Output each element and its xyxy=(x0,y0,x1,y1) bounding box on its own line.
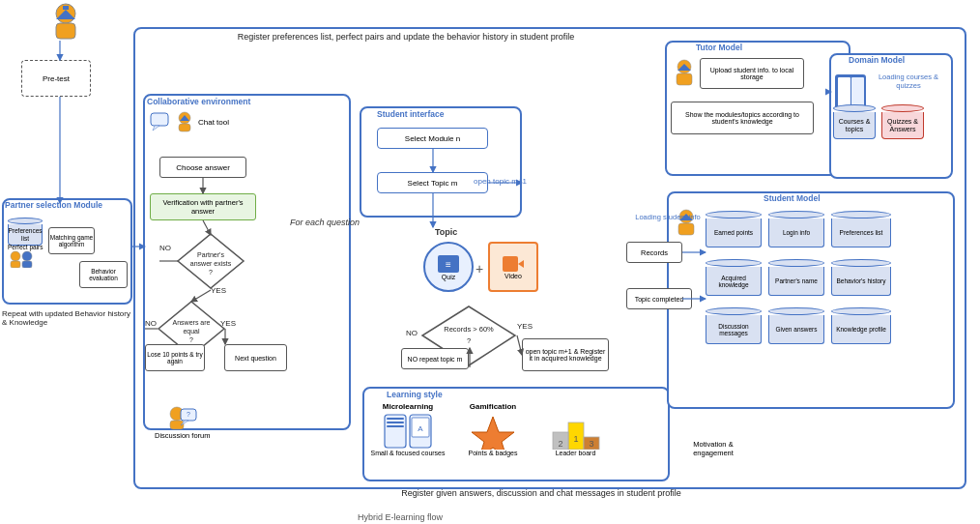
svg-rect-3 xyxy=(63,6,69,10)
partners-name-cyl: Partner's name xyxy=(768,259,824,296)
svg-rect-33 xyxy=(385,415,406,448)
svg-rect-1 xyxy=(56,23,75,39)
leaderboard-area: 2 1 3 Leader board xyxy=(539,402,612,456)
given-answers-cyl: Given answers xyxy=(768,307,824,344)
svg-rect-36 xyxy=(387,425,404,427)
quizzes-answers-cyl: Quizzes & Answers xyxy=(881,104,924,139)
svg-rect-35 xyxy=(387,422,404,423)
learning-style-label: Learning style xyxy=(387,390,443,399)
select-topic-node: Select Topic m xyxy=(377,172,488,193)
bottom-label: Register given answers, discussion and c… xyxy=(358,488,725,498)
svg-text:1: 1 xyxy=(573,434,578,444)
discussion-forum-area: ? Discussion forum xyxy=(155,404,211,440)
plus-sign: + xyxy=(476,261,483,277)
student-interface-label: Student interface xyxy=(377,109,444,119)
svg-text:?: ? xyxy=(189,336,193,343)
yes-label-1: YES xyxy=(211,286,226,295)
svg-rect-51 xyxy=(838,77,850,106)
repeat-topic-node: NO repeat topic m xyxy=(401,348,469,369)
svg-text:Records > 60%: Records > 60% xyxy=(444,325,494,334)
video-node: Video xyxy=(488,242,538,292)
caption: Hybrid E-learning flow xyxy=(358,512,443,522)
select-module-node: Select Module n xyxy=(377,128,488,149)
preferences-list-node: Preferences list xyxy=(8,218,43,246)
svg-text:Partner's: Partner's xyxy=(197,251,224,258)
tutor-avatar xyxy=(671,58,698,89)
svg-rect-34 xyxy=(387,418,404,420)
quiz-node: ≡ Quiz xyxy=(423,242,474,292)
behaviors-history-cyl: Behavior's history xyxy=(831,259,891,296)
collab-env-label: Collaborative environment xyxy=(147,97,250,106)
yes-label-2: YES xyxy=(220,319,236,328)
partner-exists-diamond: Partner's answer exists ? xyxy=(176,232,245,292)
discussion-messages-cyl: Discussion messages xyxy=(706,307,762,344)
svg-rect-5 xyxy=(11,261,20,268)
motivation-label: Motivation & engagement xyxy=(675,440,752,457)
courses-topics-cyl: Courses & topics xyxy=(833,104,876,139)
microlearning-area: Microlearning A Small & focused courses xyxy=(369,402,447,456)
chat-tool-label: Chat tool xyxy=(198,118,229,127)
perfect-pairs-node: Perfect pairs xyxy=(8,244,43,270)
svg-point-4 xyxy=(11,251,20,261)
svg-text:?: ? xyxy=(209,269,213,276)
for-each-label: For each question xyxy=(290,218,360,227)
lose-points-node: Lose 10 points & try again xyxy=(145,344,205,371)
tutor-model-label: Tutor Model xyxy=(696,43,742,52)
loading-student-label: Loading student info xyxy=(634,213,702,221)
open-topic-label: open topic m+1 xyxy=(474,177,527,186)
collab-env-box xyxy=(143,94,351,430)
svg-rect-7 xyxy=(22,261,32,268)
svg-text:?: ? xyxy=(467,336,471,345)
svg-rect-8 xyxy=(151,113,168,126)
svg-text:answer exists: answer exists xyxy=(190,260,232,267)
svg-rect-28 xyxy=(503,256,518,272)
earned-points-cyl: Earned points xyxy=(706,211,762,247)
choose-answer-node: Choose answer xyxy=(159,157,246,178)
repeat-label: Repeat with updated Behavior history & K… xyxy=(2,309,135,327)
svg-text:3: 3 xyxy=(589,439,593,449)
svg-text:equal: equal xyxy=(183,328,200,335)
no-label-3: NO xyxy=(406,329,418,337)
svg-marker-40 xyxy=(472,417,514,450)
behavior-eval-node: Behavior evaluation xyxy=(79,261,128,288)
svg-text:Answers are: Answers are xyxy=(173,319,211,326)
svg-marker-29 xyxy=(518,260,524,268)
domain-model-label: Domain Model xyxy=(849,55,905,65)
svg-rect-48 xyxy=(677,73,692,85)
diagram-container: Register preferences list, perfect pairs… xyxy=(0,0,980,524)
loading-courses-label: Loading courses & quizzes xyxy=(870,73,947,90)
main-top-label: Register preferences list, perfect pairs… xyxy=(155,32,657,42)
knowledge-profile-cyl: Knowledge profile xyxy=(831,307,891,344)
svg-point-6 xyxy=(22,251,32,261)
svg-marker-9 xyxy=(153,126,159,131)
topic-label: Topic xyxy=(435,227,457,237)
verification-node: Verification with partner's answer xyxy=(150,193,256,220)
yes-label-3: YES xyxy=(517,322,533,331)
svg-rect-11 xyxy=(179,124,190,131)
svg-rect-54 xyxy=(678,223,694,235)
pre-test-node: Pre-test xyxy=(21,60,91,97)
preferences-list-cyl: Preferences list xyxy=(831,211,891,247)
records-node: Records xyxy=(626,242,682,263)
student-model-label: Student Model xyxy=(764,193,821,203)
gamification-area: Gamification Points & badges xyxy=(454,402,532,456)
student-interface-box xyxy=(360,106,522,218)
topic-completed-node: Topic completed xyxy=(626,288,692,309)
svg-rect-52 xyxy=(851,77,864,106)
open-register-node: open topic m+1 & Register it in acquired… xyxy=(522,338,609,371)
student-avatar-top xyxy=(48,2,83,43)
acquired-knowledge-cyl: Acquired knowledge xyxy=(706,259,762,296)
show-modules-node: Show the modules/topics according to stu… xyxy=(671,102,814,134)
svg-text:A: A xyxy=(418,424,423,433)
svg-text:≡: ≡ xyxy=(446,259,451,270)
partner-selection-label: Partner selection Module xyxy=(5,200,130,210)
upload-student-node: Upload student info. to local storage xyxy=(700,58,804,89)
next-question-node: Next question xyxy=(224,344,287,371)
no-label-1: NO xyxy=(159,244,171,252)
no-label-2: NO xyxy=(145,319,157,328)
matching-game-node: Matching game algorithm xyxy=(48,227,95,254)
chat-tool-area: Chat tool xyxy=(150,111,229,132)
svg-text:?: ? xyxy=(187,411,190,418)
login-info-cyl: Login info xyxy=(768,211,824,247)
svg-text:2: 2 xyxy=(558,439,562,449)
